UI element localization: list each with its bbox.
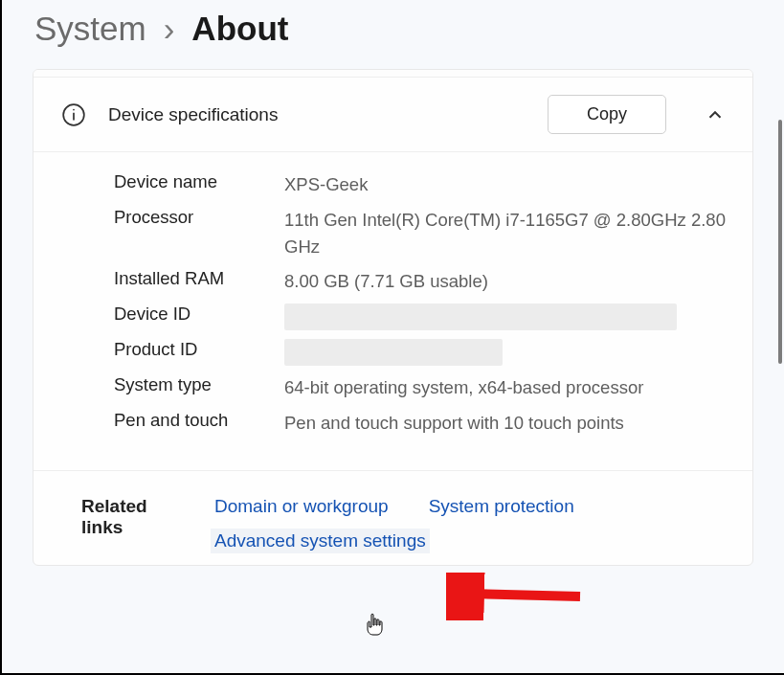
breadcrumb-about: About — [191, 10, 288, 48]
spec-row-device-name: Device name XPS-Geek — [114, 171, 728, 198]
link-domain-workgroup[interactable]: Domain or workgroup — [211, 494, 392, 519]
related-links-list: Domain or workgroup System protection Ad… — [211, 494, 733, 553]
spec-row-system-type: System type 64-bit operating system, x64… — [114, 374, 728, 401]
card-strip — [34, 70, 752, 78]
chevron-right-icon: › — [164, 10, 175, 48]
spec-value: 64-bit operating system, x64-based proce… — [284, 374, 728, 401]
scrollbar[interactable] — [778, 120, 782, 364]
info-icon — [60, 101, 87, 128]
cursor-pointer-icon — [364, 612, 387, 639]
spec-value: 8.00 GB (7.71 GB usable) — [284, 268, 728, 295]
breadcrumb: System › About — [2, 0, 784, 69]
spec-row-product-id: Product ID — [114, 339, 728, 366]
spec-label: Pen and touch — [114, 410, 277, 431]
link-advanced-system-settings[interactable]: Advanced system settings — [211, 529, 430, 553]
arrow-annotation — [446, 573, 590, 620]
spec-value: 11th Gen Intel(R) Core(TM) i7-1165G7 @ 2… — [284, 207, 728, 260]
related-links-label: Related links — [81, 494, 176, 538]
spec-row-pen-touch: Pen and touch Pen and touch support with… — [114, 410, 728, 437]
spec-label: Device name — [114, 171, 277, 192]
svg-point-2 — [73, 108, 75, 110]
spec-row-device-id: Device ID — [114, 304, 728, 330]
spec-value-redacted — [284, 339, 728, 366]
spec-label: Installed RAM — [114, 268, 277, 289]
spec-value: Pen and touch support with 10 touch poin… — [284, 410, 728, 437]
link-system-protection[interactable]: System protection — [425, 494, 578, 519]
spec-label: Device ID — [114, 304, 277, 325]
spec-table: Device name XPS-Geek Processor 11th Gen … — [34, 152, 752, 470]
related-links-section: Related links Domain or workgroup System… — [34, 470, 752, 565]
chevron-up-icon[interactable] — [705, 104, 726, 125]
card-title: Device specifications — [108, 104, 526, 125]
spec-label: Processor — [114, 207, 277, 228]
spec-label: System type — [114, 374, 277, 395]
copy-button[interactable]: Copy — [548, 95, 666, 134]
spec-row-processor: Processor 11th Gen Intel(R) Core(TM) i7-… — [114, 207, 728, 260]
svg-line-3 — [465, 594, 580, 596]
spec-label: Product ID — [114, 339, 277, 360]
card-header: Device specifications Copy — [34, 78, 752, 152]
spec-value-redacted — [284, 304, 728, 330]
breadcrumb-system[interactable]: System — [34, 10, 146, 48]
spec-row-ram: Installed RAM 8.00 GB (7.71 GB usable) — [114, 268, 728, 295]
device-specifications-card: Device specifications Copy Device name X… — [33, 69, 753, 566]
spec-value: XPS-Geek — [284, 171, 728, 198]
